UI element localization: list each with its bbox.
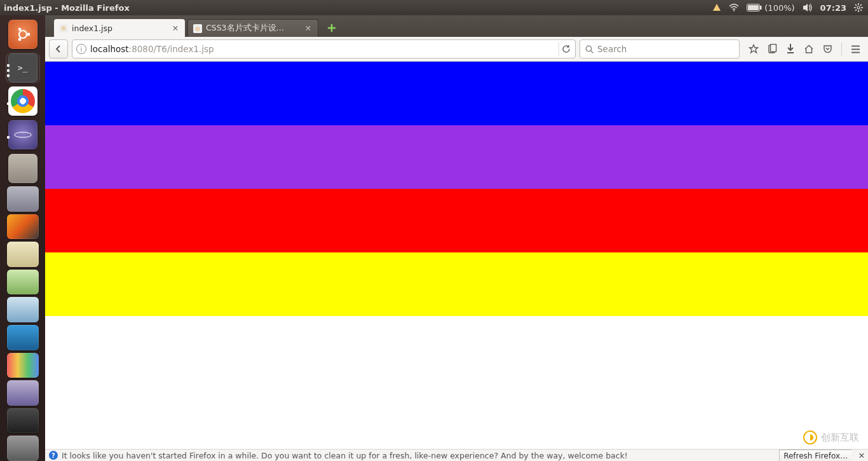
svg-point-1 bbox=[733, 10, 735, 11]
window-title: index1.jsp - Mozilla Firefox bbox=[4, 3, 130, 13]
launcher-app-5[interactable] bbox=[7, 297, 39, 322]
wifi-icon[interactable] bbox=[729, 3, 739, 12]
launcher-app-9[interactable] bbox=[7, 408, 39, 434]
svg-point-6 bbox=[857, 6, 860, 9]
launcher-dash[interactable] bbox=[6, 19, 40, 50]
svg-rect-4 bbox=[748, 5, 759, 10]
close-tab-icon[interactable]: ✕ bbox=[171, 24, 180, 32]
browser-tab-inactive[interactable]: ◎ CSS3名片式卡片设… ✕ bbox=[187, 19, 318, 37]
toolbar-icons bbox=[743, 43, 864, 55]
launcher-terminal[interactable]: >_ bbox=[6, 53, 40, 84]
svg-point-15 bbox=[19, 31, 27, 38]
svg-line-12 bbox=[860, 10, 862, 11]
svg-marker-0 bbox=[713, 4, 721, 11]
svg-line-23 bbox=[591, 51, 593, 53]
search-icon bbox=[585, 45, 593, 53]
launcher-app-1[interactable] bbox=[7, 186, 39, 212]
svg-point-17 bbox=[18, 28, 21, 31]
launcher-app-2[interactable] bbox=[7, 214, 39, 240]
svg-line-14 bbox=[860, 4, 862, 6]
sound-icon[interactable] bbox=[803, 3, 813, 12]
content-stripe bbox=[45, 125, 868, 189]
page-viewport bbox=[45, 62, 868, 449]
tab-label: CSS3名片式卡片设… bbox=[206, 23, 284, 34]
close-tab-icon[interactable]: ✕ bbox=[304, 24, 313, 33]
svg-point-16 bbox=[27, 33, 30, 36]
reload-icon[interactable] bbox=[559, 42, 573, 56]
search-input[interactable] bbox=[597, 44, 734, 54]
launcher-files[interactable] bbox=[6, 153, 40, 184]
battery-text: (100%) bbox=[764, 3, 794, 13]
toolbar-separator bbox=[841, 43, 842, 55]
launcher-chrome[interactable] bbox=[6, 86, 40, 117]
home-icon[interactable] bbox=[804, 45, 814, 54]
svg-rect-27 bbox=[787, 52, 794, 53]
svg-marker-5 bbox=[803, 4, 808, 11]
svg-line-13 bbox=[855, 10, 857, 11]
svg-rect-26 bbox=[771, 45, 776, 52]
launcher-app-8[interactable] bbox=[7, 380, 39, 406]
menu-icon[interactable] bbox=[851, 45, 860, 53]
os-top-bar: index1.jsp - Mozilla Firefox (100%) 07:2… bbox=[0, 0, 868, 15]
tab-label: index1.jsp bbox=[72, 24, 112, 33]
clock[interactable]: 07:23 bbox=[820, 3, 846, 13]
site-info-icon[interactable]: i bbox=[76, 44, 86, 54]
back-button[interactable] bbox=[49, 39, 68, 58]
launcher-app-10[interactable] bbox=[7, 436, 39, 461]
unity-launcher: >_ bbox=[0, 15, 45, 461]
firefox-info-bar: ? It looks like you haven't started Fire… bbox=[45, 449, 868, 461]
content-stripe bbox=[45, 252, 868, 316]
search-box[interactable] bbox=[580, 39, 740, 58]
svg-rect-3 bbox=[760, 6, 762, 10]
url-text: localhost:8080/T6/index1.jsp bbox=[90, 44, 555, 54]
library-icon[interactable] bbox=[768, 44, 777, 54]
info-message: It looks like you haven't started Firefo… bbox=[62, 451, 628, 460]
info-icon: ? bbox=[49, 451, 58, 460]
new-tab-button[interactable] bbox=[325, 21, 339, 35]
svg-marker-24 bbox=[750, 45, 758, 53]
launcher-eclipse[interactable] bbox=[6, 120, 40, 151]
content-stripe bbox=[45, 189, 868, 252]
launcher-app-6[interactable] bbox=[7, 325, 39, 350]
svg-point-19 bbox=[15, 132, 31, 137]
svg-line-11 bbox=[855, 4, 857, 6]
refresh-firefox-button[interactable]: Refresh Firefox… bbox=[779, 450, 851, 462]
close-infobar-icon[interactable]: ✕ bbox=[855, 451, 868, 460]
svg-point-22 bbox=[586, 46, 591, 51]
downloads-icon[interactable] bbox=[786, 44, 795, 54]
content-stripe bbox=[45, 62, 868, 125]
settings-gear-icon[interactable] bbox=[854, 3, 863, 12]
bookmark-star-icon[interactable] bbox=[749, 44, 759, 54]
svg-point-18 bbox=[18, 38, 21, 41]
browser-toolbar: i localhost:8080/T6/index1.jsp bbox=[45, 37, 868, 62]
battery-indicator[interactable]: (100%) bbox=[747, 3, 794, 13]
address-bar[interactable]: i localhost:8080/T6/index1.jsp bbox=[72, 39, 576, 58]
updates-icon[interactable] bbox=[712, 3, 721, 12]
launcher-app-7[interactable] bbox=[7, 353, 39, 378]
system-indicators: (100%) 07:23 bbox=[712, 3, 863, 13]
favicon-icon: ◎ bbox=[59, 24, 68, 32]
browser-tab-active[interactable]: ◎ index1.jsp ✕ bbox=[54, 19, 185, 37]
pocket-icon[interactable] bbox=[823, 45, 832, 54]
favicon-icon: ◎ bbox=[193, 24, 202, 33]
launcher-app-4[interactable] bbox=[7, 270, 39, 295]
browser-tab-strip: ◎ index1.jsp ✕ ◎ CSS3名片式卡片设… ✕ bbox=[45, 15, 868, 37]
launcher-app-3[interactable] bbox=[7, 242, 39, 267]
